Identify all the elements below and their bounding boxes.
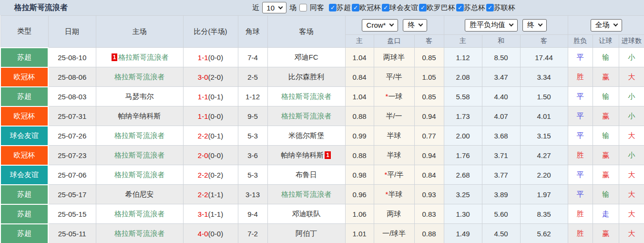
mean-draw-odds: 3.89 <box>482 185 520 204</box>
result-goals: 大 <box>619 204 644 224</box>
full-match-select[interactable]: 全场 <box>591 19 622 32</box>
mean-home-odds: 1.12 <box>444 48 482 67</box>
league-filter-checkbox[interactable]: ✓ <box>456 4 464 11</box>
bookmaker-select[interactable]: Crow* <box>362 19 399 32</box>
home-team-cell: 格拉斯哥流浪者 <box>96 204 183 224</box>
handicap-away-odds: 0.94 <box>414 106 444 126</box>
result-outcome: 平 <box>568 48 593 67</box>
match-row: 欧冠杯25-08-06格拉斯哥流浪者3-0(2-0)2-5比尔森胜利0.84平/… <box>0 67 644 87</box>
away-team-name: 帕纳辛纳科斯 <box>281 151 324 159</box>
league-filter-checkbox[interactable]: ✓ <box>382 4 389 11</box>
match-count-select[interactable]: 10 <box>262 2 286 13</box>
mean-odds-select-value: 胜平负均值 <box>470 21 505 30</box>
mean-away-odds: 1.97 <box>520 185 568 204</box>
same-away-checkbox[interactable] <box>299 4 307 11</box>
mean-away-odds: 3.15 <box>520 126 568 146</box>
date-cell: 25-05-15 <box>48 204 96 224</box>
league-filter-checkbox[interactable]: ✓ <box>419 4 427 11</box>
date-cell: 25-07-23 <box>48 146 96 165</box>
page-title: 格拉斯哥流浪者 <box>14 3 68 13</box>
league-filter-label[interactable]: 苏联杯 <box>494 3 515 12</box>
subcol-outcome: 胜负 <box>568 35 593 48</box>
handicap-text: 两球 <box>387 210 401 218</box>
corners-cell: 9-5 <box>238 106 267 126</box>
handicap-line: 半球 <box>374 126 414 146</box>
handicap-line: 半/一 <box>374 106 414 126</box>
home-team-name: 格拉斯哥流浪者 <box>114 170 164 179</box>
handicap-text: 半球 <box>387 151 401 159</box>
league-type-badge: 欧冠杯 <box>0 67 48 87</box>
score-cell: 2-2(0-1) <box>183 126 238 146</box>
handicap-away-odds: 1.05 <box>414 67 444 87</box>
league-filter-label[interactable]: 欧冠杯 <box>359 3 381 12</box>
games-label: 场 <box>289 3 296 12</box>
league-filter-checkbox[interactable]: ✓ <box>352 4 359 11</box>
score-cell: 1-1(0-1) <box>183 87 238 106</box>
league-type-badge: 球会友谊 <box>0 165 48 185</box>
away-team-name: 布鲁日 <box>296 170 317 179</box>
league-filter-label[interactable]: 球会友谊 <box>389 3 418 12</box>
league-filter-checkbox[interactable]: ✓ <box>329 4 337 11</box>
home-team-cell: 希伯尼安 <box>96 185 183 204</box>
home-team-name: 马瑟韦尔 <box>125 92 154 100</box>
corners-cell: 7-2 <box>238 224 267 243</box>
handicap-line: 两球 <box>374 204 414 224</box>
corners-cell: 3-6 <box>238 146 267 165</box>
odds-group-header: Crow* 终 <box>345 16 444 35</box>
home-team-cell: 马瑟韦尔 <box>96 87 183 106</box>
col-header-score: 比分(半场) <box>183 16 238 48</box>
result-group-header: 全场 <box>568 16 644 35</box>
subcol-mean-away: 客 <box>520 35 568 48</box>
result-handicap: 走 <box>593 204 619 224</box>
score-cell: 4-0(0-0) <box>183 224 238 243</box>
odds-final-select[interactable]: 终 <box>403 19 427 32</box>
full-time-score: 2-2 <box>198 132 208 140</box>
away-team-cell: 阿伯丁 <box>267 224 345 243</box>
result-handicap: 输 <box>593 87 619 106</box>
home-team-cell: 格拉斯哥流浪者 <box>96 126 183 146</box>
full-time-score: 3-0 <box>198 73 208 81</box>
score-cell: 2-0(0-0) <box>183 146 238 165</box>
league-filter-checkbox[interactable]: ✓ <box>486 4 494 11</box>
corners-cell: 3-13 <box>238 185 267 204</box>
half-time-score: (1-1) <box>208 190 224 199</box>
mean-draw-odds: 3.47 <box>482 67 520 87</box>
mean-odds-select[interactable]: 胜平负均值 <box>465 19 518 32</box>
same-away-label[interactable]: 同客 <box>310 3 324 12</box>
home-team-name: 格拉斯哥流浪者 <box>114 210 164 218</box>
result-goals: 大 <box>619 224 644 243</box>
league-type-badge: 球会友谊 <box>0 126 48 146</box>
away-team-cell: 邓迪FC <box>267 48 345 67</box>
home-team-cell: 帕纳辛纳科斯 <box>96 106 183 126</box>
league-filter-label[interactable]: 苏总杯 <box>464 3 485 12</box>
result-outcome: 胜 <box>568 224 593 243</box>
handicap-text: 两球半 <box>383 53 405 61</box>
handicap-home-odds: 0.96 <box>345 185 374 204</box>
date-cell: 25-08-10 <box>48 48 96 67</box>
league-filter-label[interactable]: 欧罗巴杯 <box>427 3 455 12</box>
handicap-text: 平/半 <box>387 170 403 179</box>
full-time-score: 4-0 <box>198 230 208 238</box>
handicap-home-odds: 1.06 <box>345 204 374 224</box>
home-team-cell: 格拉斯哥流浪者 <box>96 165 183 185</box>
result-handicap: 赢 <box>593 106 619 126</box>
half-time-score: (2-0) <box>208 73 224 81</box>
subcol-mean-home: 主 <box>444 35 482 48</box>
mean-final-select[interactable]: 终 <box>522 19 547 32</box>
home-team-name: 希伯尼安 <box>125 190 154 198</box>
away-team-cell: 布鲁日 <box>267 165 345 185</box>
col-header-date: 日期 <box>48 16 96 48</box>
league-filter-label[interactable]: 苏超 <box>337 3 351 12</box>
date-cell: 25-08-06 <box>48 67 96 87</box>
checkmark-icon: ✓ <box>383 5 388 11</box>
chevron-down-icon <box>613 22 618 27</box>
home-team-name: 格拉斯哥流浪者 <box>114 151 164 159</box>
away-team-cell: 格拉斯哥流浪者 <box>267 87 345 106</box>
handicap-line: *平/半 <box>374 165 414 185</box>
result-outcome: 平 <box>568 87 593 106</box>
match-row: 苏超25-08-03马瑟韦尔1-1(0-1)1-12格拉斯哥流浪者1.04*一球… <box>0 87 644 106</box>
score-cell: 2-2(1-1) <box>183 185 238 204</box>
checkmark-icon: ✓ <box>420 5 425 11</box>
home-team-cell: 格拉斯哥流浪者 <box>96 224 183 243</box>
handicap-text: 一/球半 <box>382 229 406 237</box>
